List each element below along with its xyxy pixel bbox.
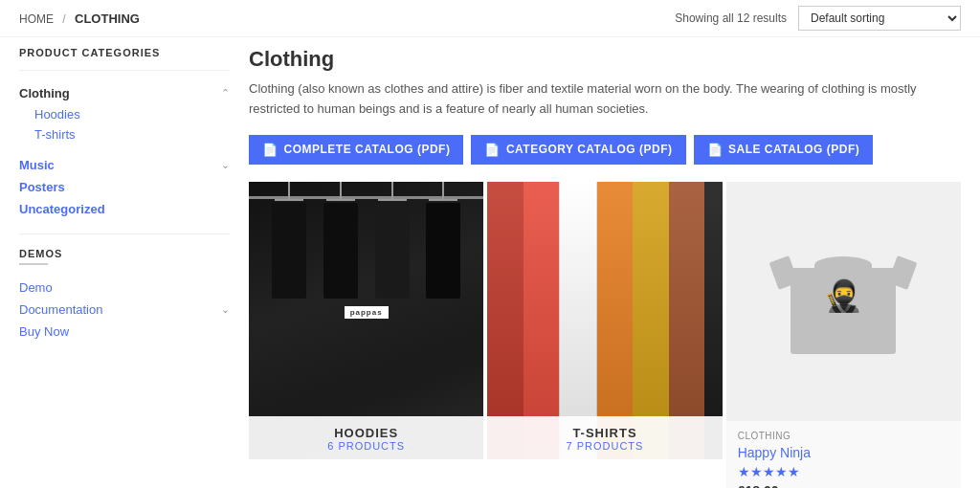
happy-ninja-product-card[interactable]: 🥷 CLOTHING Happy Ninja ★★★★★ £18.00 [726,182,961,488]
sidebar-item-hoodies[interactable]: Hoodies [34,104,230,124]
sidebar-documentation-link[interactable]: Documentation [19,299,102,321]
sale-catalog-button[interactable]: 📄 SALE CATALOG (PDF) [694,135,874,165]
product-categories-title: PRODUCT CATEGORIES [19,47,230,58]
product-category-label: CLOTHING [738,431,949,441]
breadcrumb-current: CLOTHING [75,11,140,26]
hoodies-category-name: HOODIES [249,426,483,440]
showing-results-text: Showing all 12 results [675,11,787,25]
sidebar-item-tshirts[interactable]: T-shirts [34,124,230,144]
sort-select[interactable]: Default sorting Sort by popularity Sort … [798,6,961,31]
breadcrumb-separator: / [62,12,65,26]
sidebar-item-uncategorized[interactable]: Uncategorized [19,202,105,216]
category-catalog-button[interactable]: 📄 CATEGORY CATALOG (PDF) [471,135,685,165]
product-name: Happy Ninja [738,445,949,460]
chevron-up-icon: ⌃ [221,87,230,100]
hoodies-category-count: 6 PRODUCTS [249,440,483,452]
pdf-icon-2: 📄 [484,143,501,157]
breadcrumb-home[interactable]: HOME [19,12,54,26]
chevron-down-icon-2: ⌄ [221,303,230,316]
complete-catalog-button[interactable]: 📄 COMPLETE CATALOG (PDF) [249,135,463,165]
hoodies-category-card[interactable]: pappas HOODIES 6 PRODUCTS [249,182,483,459]
breadcrumb: HOME / CLOTHING [19,11,140,26]
page-title: Clothing [249,47,961,72]
tshirts-category-card[interactable]: T-SHIRTS 7 PRODUCTS [487,182,722,459]
sidebar-item-posters[interactable]: Posters [19,180,65,194]
sidebar-demo-link[interactable]: Demo [19,277,53,299]
sidebar-item-clothing[interactable]: Clothing [19,86,70,100]
sidebar-item-music[interactable]: Music [19,158,55,172]
pdf-icon-3: 📄 [707,143,724,157]
product-stars: ★★★★★ [738,464,949,479]
chevron-down-icon: ⌄ [221,159,230,171]
tshirts-category-count: 7 PRODUCTS [487,440,722,452]
tshirts-category-name: T-SHIRTS [487,426,722,440]
pdf-icon-1: 📄 [262,143,278,157]
category-description: Clothing (also known as clothes and atti… [249,79,961,120]
demos-title: DEMOS [19,248,230,259]
sidebar-buynow-link[interactable]: Buy Now [19,321,69,343]
product-price: £18.00 [738,483,949,488]
